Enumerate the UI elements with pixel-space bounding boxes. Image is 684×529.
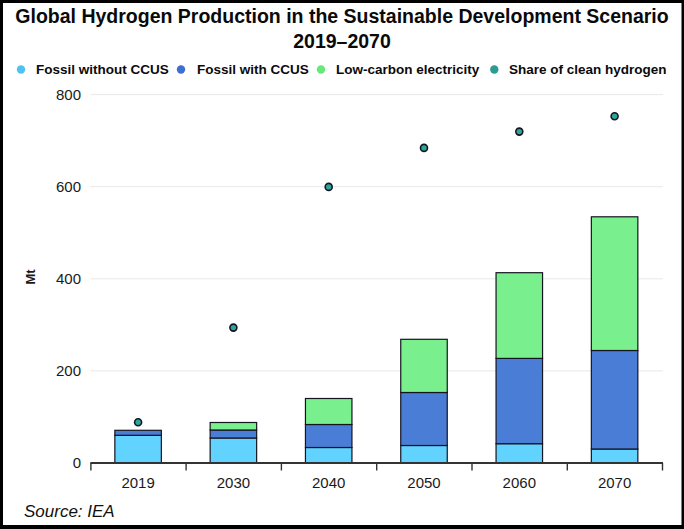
svg-text:400: 400: [56, 270, 81, 287]
svg-text:2019: 2019: [121, 474, 154, 491]
svg-text:2070: 2070: [598, 474, 631, 491]
svg-text:2030: 2030: [217, 474, 250, 491]
svg-text:200: 200: [56, 362, 81, 379]
svg-text:Source: IEA: Source: IEA: [24, 502, 115, 521]
svg-text:Low-carbon electricity: Low-carbon electricity: [336, 62, 480, 77]
svg-text:Fossil with CCUS: Fossil with CCUS: [197, 62, 309, 77]
svg-text:2060: 2060: [503, 474, 536, 491]
svg-text:Fossil without CCUS: Fossil without CCUS: [36, 62, 169, 77]
svg-text:2050: 2050: [407, 474, 440, 491]
svg-text:2040: 2040: [312, 474, 345, 491]
svg-text:2019–2070: 2019–2070: [293, 30, 391, 52]
svg-text:600: 600: [56, 178, 81, 195]
svg-text:Mt: Mt: [23, 269, 38, 285]
svg-text:800: 800: [56, 86, 81, 103]
svg-text:Share of clean hydrogen: Share of clean hydrogen: [509, 62, 667, 77]
svg-text:Global Hydrogen Production in: Global Hydrogen Production in the Sustai…: [15, 5, 668, 27]
svg-text:0: 0: [73, 454, 81, 471]
